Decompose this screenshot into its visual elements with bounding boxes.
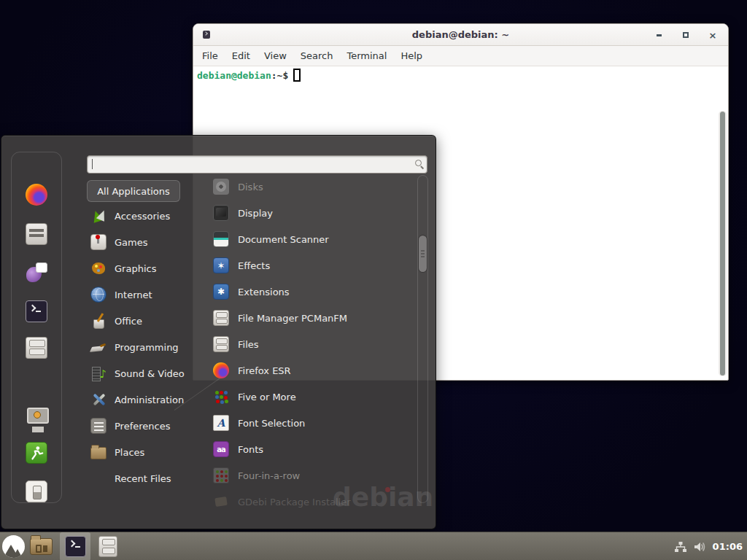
favorite-firefox[interactable] (24, 182, 49, 207)
app-item-four-in-a-row[interactable]: Four-in-a-row (213, 462, 414, 489)
all-applications-label: All Applications (97, 186, 170, 197)
office-icon (90, 313, 107, 329)
taskbar-files-button[interactable] (98, 536, 117, 557)
category-sound-video[interactable]: Sound & Video (90, 360, 206, 386)
category-recent-files[interactable]: Recent Files (90, 465, 206, 491)
window-controls: × (654, 24, 718, 46)
close-button[interactable]: × (708, 30, 718, 40)
application-menu: debian All Applications (1, 135, 436, 529)
search-box (87, 155, 427, 174)
effects-icon: ✶ (213, 257, 229, 273)
clock[interactable]: 01:06 (713, 541, 743, 552)
terminal-icon (65, 536, 86, 557)
menu-terminal[interactable]: Terminal (347, 50, 387, 61)
app-item-fonts[interactable]: aaFonts (213, 436, 414, 462)
app-item-display[interactable]: Display (213, 200, 414, 226)
all-applications-button[interactable]: All Applications (87, 180, 180, 202)
minimize-button[interactable] (654, 30, 664, 40)
search-input[interactable] (87, 155, 427, 174)
terminal-app-icon (203, 31, 210, 39)
category-graphics[interactable]: Graphics (90, 255, 206, 281)
window-title: debian@debian: ~ (412, 29, 509, 40)
app-item-effects[interactable]: ✶Effects (213, 252, 414, 279)
internet-icon (90, 287, 107, 303)
category-administration[interactable]: Administration (90, 386, 206, 413)
lock-screen-icon (26, 405, 47, 427)
shut-down-button[interactable] (24, 479, 49, 504)
shut-down-icon (26, 481, 47, 502)
minimize-icon (657, 34, 662, 36)
file-cabinet-icon (98, 536, 117, 557)
terminal-icon (26, 300, 47, 322)
taskbar-terminal-button[interactable] (60, 532, 90, 560)
favorite-file-manager[interactable] (24, 335, 49, 360)
app-item-font-selection[interactable]: AFont Selection (213, 410, 414, 436)
app-item-five-or-more[interactable]: Five or More (213, 384, 414, 410)
prompt-symbol: :~$ (271, 70, 288, 81)
prompt-user: debian@debian (197, 70, 271, 81)
taskbar-file-manager-button[interactable] (30, 538, 53, 555)
preferences-icon (90, 418, 107, 434)
maximize-button[interactable] (681, 30, 691, 40)
volume-icon[interactable] (694, 541, 706, 553)
search-icon (415, 160, 422, 166)
category-accessories[interactable]: Accessories (90, 203, 206, 229)
display-icon (213, 205, 229, 221)
menu-file[interactable]: File (202, 50, 218, 61)
app-item-extensions[interactable]: ✱Extensions (213, 279, 414, 305)
graphics-icon (90, 260, 107, 276)
fonts-icon: aa (213, 441, 229, 457)
terminal-scrollbar-thumb[interactable] (720, 112, 725, 376)
category-internet[interactable]: Internet (90, 281, 206, 308)
favorites-sidebar (11, 152, 62, 503)
category-games[interactable]: Games (90, 229, 206, 255)
pidgin-icon (26, 262, 47, 284)
favorite-pidgin[interactable] (24, 260, 49, 285)
lock-screen-button[interactable] (24, 404, 49, 429)
log-out-button[interactable] (24, 440, 49, 465)
menu-view[interactable]: View (264, 50, 287, 61)
close-icon: × (709, 31, 717, 40)
app-item-file-manager-pcmanfm[interactable]: File Manager PCManFM (213, 305, 414, 331)
menu-search[interactable]: Search (301, 50, 333, 61)
font-selection-icon: A (213, 415, 229, 431)
app-item-gdebi-package-installer[interactable]: GDebi Package Installer (213, 489, 414, 515)
favorite-character-map[interactable] (24, 222, 49, 246)
app-item-disks[interactable]: Disks (213, 174, 414, 200)
category-preferences[interactable]: Preferences (90, 413, 206, 439)
menu-scrollbar[interactable] (417, 175, 428, 503)
programming-icon (90, 339, 107, 355)
menu-button[interactable] (2, 535, 25, 558)
disks-icon (213, 179, 229, 195)
four-in-a-row-icon (213, 467, 229, 483)
firefox-icon (26, 184, 47, 206)
menu-edit[interactable]: Edit (232, 50, 250, 61)
terminal-scrollbar[interactable] (719, 111, 727, 376)
document-scanner-icon (213, 231, 229, 247)
favorite-terminal[interactable] (24, 299, 49, 324)
menu-scrollbar-thumb[interactable] (419, 236, 427, 272)
text-caret (92, 159, 93, 169)
category-list: Accessories Games Graphics Internet Offi… (90, 203, 206, 491)
files-icon (213, 336, 229, 352)
network-icon[interactable] (674, 541, 687, 553)
file-cabinet-icon (26, 337, 47, 359)
sound-video-icon (90, 365, 107, 381)
menu-help[interactable]: Help (400, 50, 422, 61)
app-item-document-scanner[interactable]: Document Scanner (213, 226, 414, 252)
category-places[interactable]: Places (90, 439, 206, 465)
app-item-files[interactable]: Files (213, 331, 414, 357)
maximize-icon (683, 32, 689, 38)
category-programming[interactable]: Programming (90, 334, 206, 360)
extensions-icon: ✱ (213, 284, 229, 300)
log-out-icon (26, 442, 47, 464)
accessories-icon (90, 208, 107, 224)
file-manager-icon (213, 310, 229, 326)
category-office[interactable]: Office (90, 308, 206, 334)
games-icon (90, 234, 107, 250)
app-item-firefox-esr[interactable]: Firefox ESR (213, 357, 414, 384)
terminal-cursor (293, 69, 301, 82)
character-map-icon (26, 223, 47, 245)
terminal-titlebar[interactable]: debian@debian: ~ × (193, 24, 728, 46)
five-or-more-icon (213, 389, 229, 405)
